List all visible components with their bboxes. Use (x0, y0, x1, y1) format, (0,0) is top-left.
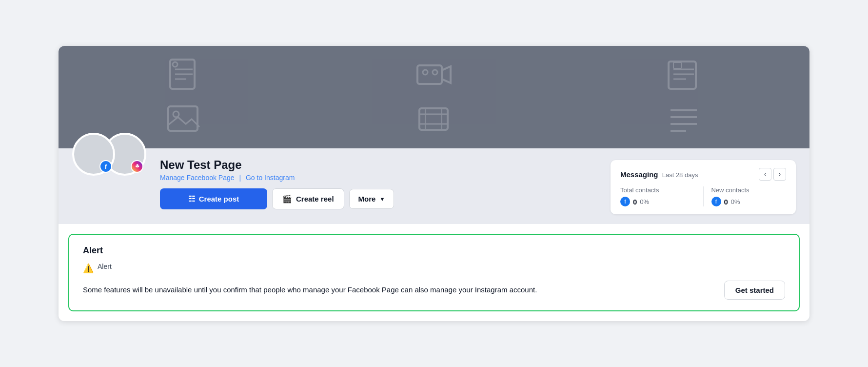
page-container: f ☘ New Test Page Manage Facebook Page |… (59, 46, 809, 321)
alert-section-title: Alert (83, 245, 785, 256)
facebook-badge: f (99, 160, 112, 173)
total-contacts-num: 0 (633, 198, 637, 206)
create-post-button[interactable]: ☷ Create post (160, 188, 267, 209)
more-label: More (358, 195, 376, 203)
facebook-badge-icon: f (105, 163, 107, 170)
banner-decorative-icons (59, 46, 809, 148)
cover-banner (59, 46, 809, 148)
messaging-title: Messaging Last 28 days (620, 170, 698, 179)
messaging-stats: Total contacts f 0 0% New contacts f (620, 186, 786, 206)
create-reel-button[interactable]: 🎬 Create reel (272, 188, 344, 209)
chevron-down-icon: ▼ (379, 196, 385, 202)
messaging-header: Messaging Last 28 days ‹ › (620, 168, 786, 181)
banner-icon-group-3 (665, 56, 704, 139)
profile-info: New Test Page Manage Facebook Page | Go … (160, 156, 601, 209)
profile-name: New Test Page (160, 158, 601, 172)
svg-rect-7 (417, 65, 442, 84)
new-contacts-value: f 0 0% (711, 197, 787, 206)
svg-point-4 (173, 62, 178, 67)
messaging-widget: Messaging Last 28 days ‹ › Total contact… (611, 160, 796, 214)
create-post-icon: ☷ (188, 194, 195, 204)
avatar-facebook: f (72, 133, 115, 176)
alert-label-text: Alert (98, 263, 112, 270)
svg-rect-5 (168, 106, 197, 131)
create-reel-label: Create reel (296, 195, 334, 203)
news-icon (665, 56, 704, 95)
profile-section: f ☘ New Test Page Manage Facebook Page |… (59, 148, 809, 224)
messaging-subtitle: Last 28 days (662, 171, 698, 179)
nav-prev-button[interactable]: ‹ (759, 168, 771, 181)
create-post-label: Create post (199, 195, 239, 203)
profile-links: Manage Facebook Page | Go to Instagram (160, 174, 601, 182)
photo-icon (164, 100, 203, 139)
warning-triangle-icon: ⚠️ (83, 263, 94, 274)
svg-point-9 (433, 70, 437, 75)
more-button[interactable]: More ▼ (349, 189, 395, 209)
svg-rect-10 (419, 108, 448, 130)
video-icon (414, 56, 454, 95)
go-to-instagram-link[interactable]: Go to Instagram (246, 174, 295, 182)
new-fb-badge-icon: f (715, 199, 717, 204)
total-contacts-value: f 0 0% (620, 197, 695, 206)
document-icon (164, 56, 203, 95)
avatars-wrapper: f ☘ (72, 137, 150, 176)
total-contacts-pct: 0% (640, 198, 649, 205)
get-started-button[interactable]: Get started (724, 281, 785, 300)
total-fb-badge-icon: f (624, 199, 626, 204)
nav-next-button[interactable]: › (773, 168, 786, 181)
link-separator: | (239, 174, 241, 182)
alert-body-text: Some features will be unavailable until … (83, 285, 537, 296)
new-contacts-pct: 0% (731, 198, 740, 205)
manage-facebook-link[interactable]: Manage Facebook Page (160, 174, 235, 182)
new-fb-badge: f (711, 197, 721, 206)
banner-icon-group-2 (414, 56, 454, 139)
alert-section: Alert ⚠️ Alert Some features will be una… (68, 234, 800, 311)
film-icon (414, 100, 454, 139)
messaging-title-bold: Messaging (620, 170, 658, 179)
new-contacts-num: 0 (724, 198, 728, 206)
alert-label-row: ⚠️ Alert (83, 263, 785, 274)
banner-icon-group-1 (164, 56, 203, 139)
instagram-badge-icon: ☘ (135, 164, 139, 169)
svg-rect-15 (669, 61, 696, 89)
alert-body-row: Some features will be unavailable until … (83, 281, 785, 300)
nav-arrows: ‹ › (759, 168, 786, 181)
total-fb-badge: f (620, 197, 630, 206)
total-contacts-label: Total contacts (620, 186, 695, 194)
new-contacts-label: New contacts (711, 186, 787, 194)
new-contacts-col: New contacts f 0 0% (703, 186, 787, 206)
total-contacts-col: Total contacts f 0 0% (620, 186, 703, 206)
list-icon (665, 100, 704, 139)
actions-row: ☷ Create post 🎬 Create reel More ▼ (160, 188, 601, 209)
film-strip-icon: 🎬 (282, 194, 292, 204)
svg-rect-19 (673, 62, 681, 68)
instagram-badge: ☘ (131, 160, 143, 173)
svg-point-8 (423, 70, 428, 75)
